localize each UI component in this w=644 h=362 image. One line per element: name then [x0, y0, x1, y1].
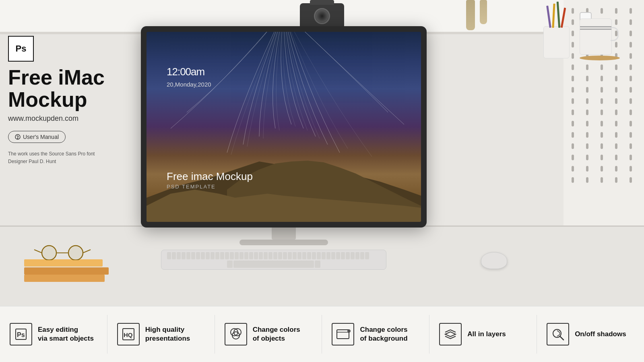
screen-label: Free imac Mockup PSD TEMPLATE	[167, 170, 253, 190]
feature-label-5: All in layers	[467, 330, 506, 339]
glasses	[32, 244, 93, 260]
credit-note: The work uses the Source Sans Pro font D…	[8, 150, 141, 165]
svg-point-1	[17, 138, 18, 139]
circles-icon	[228, 327, 244, 342]
mug-container	[580, 19, 620, 60]
vase-2	[480, 0, 487, 24]
imac-monitor: 12:00am 20,Monday,2020 Free imac Mockup …	[141, 26, 427, 228]
pencil-cup	[543, 26, 570, 58]
manual-icon	[15, 134, 21, 140]
vase-1	[466, 0, 475, 30]
feature-label-2: High quality presentations	[145, 325, 190, 343]
feature-change-object-colors: Change colors of objects	[215, 315, 322, 354]
screen-time: 12:00am 20,Monday,2020	[167, 56, 211, 88]
svg-point-5	[69, 246, 82, 259]
feature-icon-hq: HQ	[117, 323, 140, 345]
ps-icon: Ps	[14, 327, 28, 341]
mug-handle	[611, 27, 619, 41]
mug-saucer	[580, 56, 620, 60]
books-stack	[24, 259, 109, 282]
imac-screen: 12:00am 20,Monday,2020 Free imac Mockup …	[147, 32, 421, 222]
feature-bar: Ps Easy editing via smart objects HQ Hig…	[0, 306, 644, 362]
feature-high-quality: HQ High quality presentations	[107, 315, 215, 354]
screen-date: 20,Monday,2020	[167, 81, 211, 88]
screen-mockup-title: Free imac Mockup	[167, 170, 253, 183]
feature-label-1: Easy editing via smart objects	[38, 325, 94, 343]
svg-line-17	[560, 336, 564, 340]
mug-stripe-2	[580, 29, 611, 30]
manual-button[interactable]: User's Manual	[8, 131, 66, 143]
feature-icon-frame	[332, 323, 354, 345]
keyboard	[161, 250, 386, 270]
feature-easy-editing: Ps Easy editing via smart objects	[0, 315, 107, 354]
screen-mockup-sub: PSD TEMPLATE	[167, 184, 253, 190]
scene: Ps Free iMacMockup www.mockupden.com Use…	[0, 0, 644, 306]
feature-label-4: Change colors of background	[360, 325, 407, 343]
mug-stripe-1	[580, 26, 611, 27]
shadow-icon	[550, 327, 566, 342]
main-title: Free iMacMockup	[8, 66, 141, 110]
main-url: www.mockupden.com	[8, 114, 141, 123]
feature-icon-search	[547, 323, 569, 345]
camera	[300, 3, 344, 29]
svg-point-4	[43, 246, 56, 259]
book-middle	[24, 267, 109, 275]
feature-change-bg-colors: Change colors of background	[322, 315, 429, 354]
svg-text:HQ: HQ	[124, 331, 133, 338]
feature-icon-ps: Ps	[10, 323, 32, 345]
screen-clock: 12:00am	[167, 56, 211, 80]
layers-icon	[443, 327, 458, 342]
feature-label-3: Change colors of objects	[253, 325, 300, 343]
imac-neck	[272, 228, 296, 240]
ps-badge: Ps	[8, 36, 34, 62]
feature-all-in-layers: All in layers	[429, 315, 537, 354]
glasses-svg	[32, 244, 93, 260]
svg-rect-14	[337, 330, 349, 339]
feature-icon-layers	[439, 323, 462, 345]
book-top	[24, 275, 105, 282]
feature-onoff-shadows: On/off shadows	[537, 315, 644, 354]
feature-icon-circles	[225, 323, 247, 345]
book-bottom	[24, 259, 103, 267]
feature-label-6: On/off shadows	[575, 330, 626, 339]
frame-icon	[335, 327, 351, 342]
svg-rect-13	[337, 330, 349, 339]
svg-text:Ps: Ps	[17, 331, 25, 338]
mug	[580, 19, 612, 55]
imac-mockup: 12:00am 20,Monday,2020 Free imac Mockup …	[133, 26, 435, 245]
mouse	[481, 252, 507, 269]
hq-icon: HQ	[122, 327, 135, 341]
imac-base	[239, 240, 328, 245]
left-panel: Ps Free iMacMockup www.mockupden.com Use…	[8, 34, 141, 166]
